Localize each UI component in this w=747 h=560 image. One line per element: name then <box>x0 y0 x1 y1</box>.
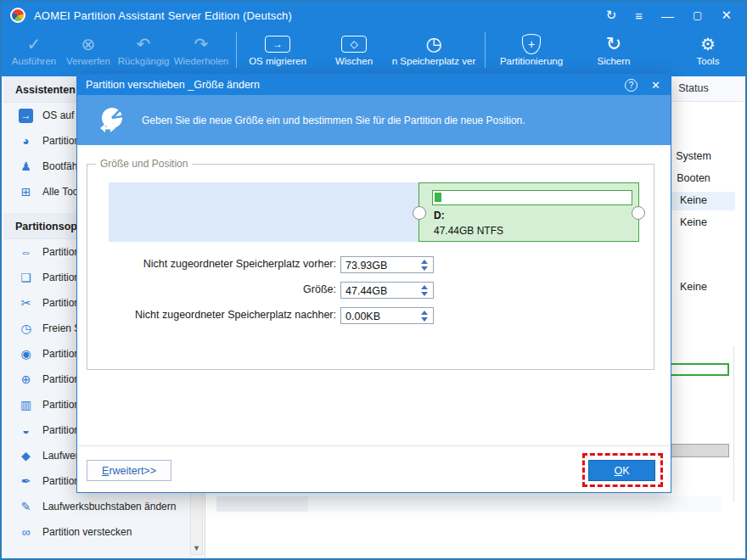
advanced-button[interactable]: Erweitert>> <box>87 460 171 481</box>
all-tools-icon: ⊞ <box>19 185 33 199</box>
check-icon: ✓ <box>27 32 42 56</box>
format-partition-icon: ◒ <box>19 423 33 438</box>
unallocated-before-value[interactable] <box>341 257 418 272</box>
tools-button[interactable]: ⚙ Tools <box>682 29 733 73</box>
discard-icon: ⊗ <box>81 32 96 56</box>
spin-up-icon[interactable] <box>421 260 428 264</box>
title-bar: AOMEI Partition Assistant Server Edition… <box>2 2 745 29</box>
scroll-down-icon[interactable]: ▼ <box>191 544 202 552</box>
toolbar-separator <box>236 32 237 68</box>
field-label: Nicht zugeordneter Speicherplatz nachher… <box>135 309 336 321</box>
dialog-title-bar: Partition verschieben _Größe ändern ? ✕ <box>77 75 671 95</box>
spinner-control[interactable] <box>418 257 431 272</box>
allocate-space-button[interactable]: ◷ n Speicherplatz ver <box>388 29 480 73</box>
spinner-control[interactable] <box>418 308 431 323</box>
spin-up-icon[interactable] <box>421 311 428 315</box>
menu-icon[interactable]: ≡ <box>635 8 643 23</box>
unallocated-after-input[interactable] <box>340 307 434 324</box>
toolbar-separator <box>485 32 486 68</box>
drive-tag-icon: ◆ <box>19 449 33 463</box>
aomei-logo-icon <box>10 8 25 23</box>
refresh-icon[interactable]: ↻ <box>606 8 617 23</box>
resize-handle-right[interactable] <box>632 206 645 220</box>
help-icon[interactable]: ? <box>625 79 637 92</box>
used-space-bar <box>432 190 632 205</box>
disk-arrow-icon: → <box>19 109 33 123</box>
bootable-media-icon: ♟ <box>19 160 33 174</box>
app-window: AOMEI Partition Assistant Server Edition… <box>0 0 747 560</box>
move-partition-icon <box>96 105 126 136</box>
dialog-title: Partition verschieben _Größe ändern <box>86 79 260 91</box>
pie-chart-icon: ◕ <box>19 134 33 148</box>
copy-icon: ❏ <box>19 271 33 285</box>
redo-button[interactable]: ↷ Wiederholen <box>171 29 231 73</box>
panel-edge-line <box>733 346 734 502</box>
bottom-panel-block <box>216 496 308 512</box>
minimize-icon[interactable]: — <box>661 8 674 23</box>
redo-icon: ↷ <box>194 32 209 56</box>
move-resize-icon: ⇔ <box>19 245 33 260</box>
ok-button[interactable]: OK <box>588 460 655 481</box>
partitioning-button[interactable]: + Partitionierung <box>491 29 572 73</box>
discard-button[interactable]: ⊗ Verwerfen <box>61 29 115 73</box>
free-space-icon: ◷ <box>19 322 33 336</box>
main-toolbar: ✓ Ausführen ⊗ Verwerfen ↶ Rückgängig ↷ W… <box>2 29 745 76</box>
partition-layout-bar: D: 47.44GB NTFS <box>109 182 639 242</box>
used-space-fill <box>435 193 441 202</box>
undo-button[interactable]: ↶ Rückgängig <box>115 29 171 73</box>
migrate-os-button[interactable]: → OS migrieren <box>242 29 313 73</box>
backup-button[interactable]: ↻ Sichern <box>584 29 643 73</box>
partition-name: D: <box>434 210 445 221</box>
close-icon[interactable]: ✕ <box>721 8 732 23</box>
backup-sync-icon: ↻ <box>606 32 621 56</box>
groupbox-label: Größe und Position <box>96 158 192 170</box>
field-row-before: Nicht zugeordneter Speicherplatz vorher: <box>77 256 671 273</box>
spinner-control[interactable] <box>418 283 431 298</box>
pencil-icon: ✎ <box>19 500 33 514</box>
spin-down-icon[interactable] <box>421 266 428 271</box>
spin-up-icon[interactable] <box>421 285 428 289</box>
dialog-close-icon[interactable]: ✕ <box>651 79 660 92</box>
sidebar-item-change-letter[interactable]: ✎ Laufwerksbuchstaben ändern <box>3 494 205 519</box>
split-icon: ✂ <box>19 296 33 311</box>
wipe-button[interactable]: ◇ Wischen <box>320 29 388 73</box>
apply-button[interactable]: ✓ Ausführen <box>7 29 61 73</box>
dialog-subtitle: Geben Sie die neue Größe ein und bestimm… <box>142 115 525 126</box>
footer-divider <box>78 445 670 446</box>
broom-icon: ✒ <box>19 474 33 489</box>
undo-icon: ↶ <box>137 32 151 56</box>
maximize-icon[interactable]: ▢ <box>693 9 702 21</box>
dialog-header-band: Geben Sie die neue Größe ein und bestimm… <box>77 95 671 145</box>
resize-handle-left[interactable] <box>413 206 426 220</box>
sidebar-item-hide-partition[interactable]: ∞ Partition verstecken <box>3 519 205 545</box>
partition-size: 47.44GB NTFS <box>434 225 503 237</box>
field-row-size: Größe: <box>77 282 671 299</box>
trash-icon: ▥ <box>19 398 33 412</box>
field-label: Nicht zugeordneter Speicherplatz vorher: <box>143 258 336 270</box>
wrench-icon: ⚙ <box>700 32 716 56</box>
partition-size-value[interactable] <box>341 283 418 298</box>
merge-icon: ◉ <box>19 347 33 361</box>
disk-wipe-icon: ◇ <box>341 32 367 56</box>
spin-down-icon[interactable] <box>421 317 428 322</box>
unallocated-after-value[interactable] <box>341 308 418 323</box>
create-partition-icon: ⊕ <box>19 372 33 387</box>
bottom-panel-band <box>308 496 721 512</box>
window-title: AOMEI Partition Assistant Server Edition… <box>34 9 292 22</box>
unallocated-before-input[interactable] <box>340 256 434 273</box>
field-label: Größe: <box>303 283 336 295</box>
field-row-after: Nicht zugeordneter Speicherplatz nachher… <box>77 307 671 324</box>
spin-down-icon[interactable] <box>421 292 428 296</box>
partition-size-input[interactable] <box>340 282 434 299</box>
partition-d-block[interactable]: D: 47.44GB NTFS <box>418 182 639 242</box>
shield-plus-icon: + <box>522 32 541 56</box>
hide-glasses-icon: ∞ <box>19 525 33 540</box>
disk-migrate-icon: → <box>265 32 290 56</box>
move-resize-dialog: Partition verschieben _Größe ändern ? ✕ … <box>76 74 671 493</box>
pie-clock-icon: ◷ <box>425 32 441 56</box>
